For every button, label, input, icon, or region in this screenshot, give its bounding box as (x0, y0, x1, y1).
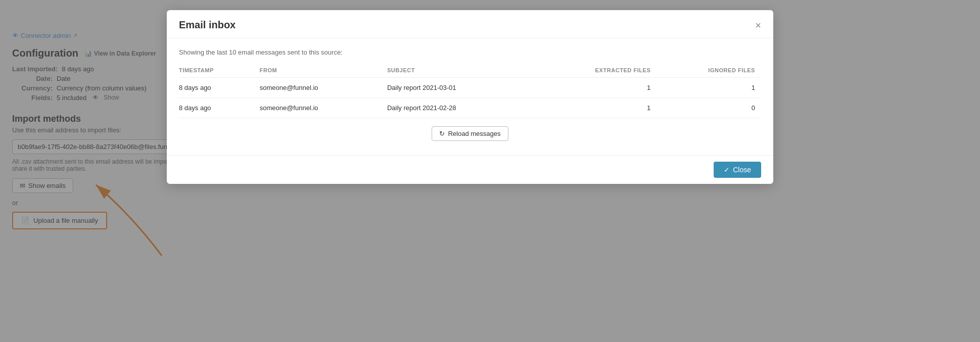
table-header-row: TIMESTAMP FROM SUBJECT EXTRACTED FILES I… (179, 64, 761, 78)
cell-timestamp: 8 days ago (179, 98, 260, 118)
reload-icon: ↻ (439, 130, 445, 137)
modal-subtitle: Showing the last 10 email messages sent … (179, 48, 761, 56)
cell-ignored: 1 (657, 78, 761, 98)
col-header-subject: SUBJECT (387, 64, 535, 78)
cell-from: someone@funnel.io (260, 98, 387, 118)
table-row: 8 days ago someone@funnel.io Daily repor… (179, 78, 761, 98)
cell-extracted: 1 (535, 78, 657, 98)
cell-timestamp: 8 days ago (179, 78, 260, 98)
close-button-label: Close (733, 166, 751, 174)
col-header-timestamp: TIMESTAMP (179, 64, 260, 78)
table-row: 8 days ago someone@funnel.io Daily repor… (179, 98, 761, 118)
reload-messages-button[interactable]: ↻ Reload messages (432, 126, 508, 141)
cell-subject: Daily report 2021-02-28 (387, 98, 535, 118)
col-header-extracted: EXTRACTED FILES (535, 64, 657, 78)
reload-label: Reload messages (448, 130, 500, 137)
cell-subject: Daily report 2021-03-01 (387, 78, 535, 98)
modal-title: Email inbox (179, 19, 236, 31)
cell-from: someone@funnel.io (260, 78, 387, 98)
cell-ignored: 0 (657, 98, 761, 118)
modal-close-button[interactable]: ✓ Close (714, 162, 761, 178)
modal-close-x-button[interactable]: × (755, 20, 761, 30)
modal-footer: ✓ Close (167, 155, 773, 184)
modal-body: Showing the last 10 email messages sent … (167, 38, 773, 155)
col-header-from: FROM (260, 64, 387, 78)
cell-extracted: 1 (535, 98, 657, 118)
reload-row: ↻ Reload messages (179, 118, 761, 145)
modal-header: Email inbox × (167, 10, 773, 38)
close-x-icon: × (755, 20, 761, 31)
email-table: TIMESTAMP FROM SUBJECT EXTRACTED FILES I… (179, 64, 761, 118)
email-inbox-modal: Email inbox × Showing the last 10 email … (167, 10, 773, 184)
col-header-ignored: IGNORED FILES (657, 64, 761, 78)
check-icon: ✓ (724, 166, 730, 174)
